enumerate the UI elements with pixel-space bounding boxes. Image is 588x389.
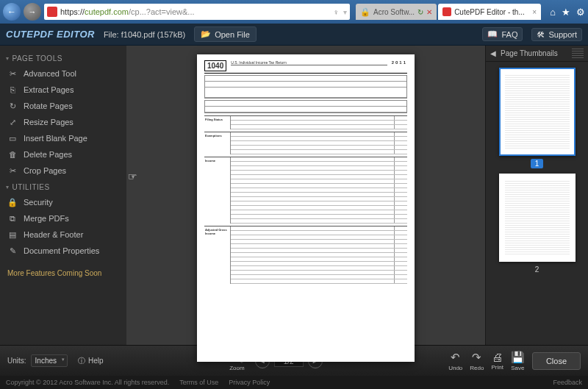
form-section-label: Exemptions [204, 132, 231, 154]
sidebar-item-header-footer[interactable]: ▤Header & Footer [6, 226, 121, 243]
help-button[interactable]: ⓘHelp [78, 356, 104, 366]
close-button[interactable]: Close [532, 352, 581, 370]
home-icon[interactable]: ⌂ [550, 7, 556, 18]
help-label: Help [88, 357, 104, 365]
units-label: Units: [7, 357, 26, 365]
print-icon: 🖨 [492, 351, 503, 363]
sidebar-item-label: Extract Pages [24, 85, 74, 94]
url-text: https://cutepdf.com/cp...?act=view&... [60, 7, 331, 16]
copyright-label: Copyright © 2012 Acro Software Inc. All … [6, 379, 169, 386]
extract-icon: ⎘ [7, 85, 18, 95]
sidebar-item-label: Security [24, 198, 53, 207]
support-label: Support [548, 30, 577, 39]
undo-icon: ↶ [451, 351, 460, 364]
main-area: PAGE TOOLS ✂Advanced Tool ⎘Extract Pages… [0, 46, 588, 345]
hand-cursor-icon: ☞ [128, 171, 137, 182]
terms-link[interactable]: Terms of Use [179, 379, 218, 386]
sidebar-item-label: Resize Pages [24, 118, 74, 126]
faq-label: FAQ [501, 30, 517, 39]
thumbnail-list[interactable]: 1 2 [486, 62, 588, 345]
form-number: 1040 [204, 60, 226, 71]
redo-button[interactable]: ↷Redo [470, 351, 484, 371]
stop-icon[interactable]: ✕ [426, 8, 432, 16]
sidebar-item-rotate[interactable]: ↻Rotate Pages [6, 98, 121, 114]
section-utilities[interactable]: UTILITIES [6, 183, 121, 191]
browser-tabs: 🔒 Acro Softw... ↻ ✕ CutePDF Editor - th.… [356, 4, 541, 20]
save-button[interactable]: 💾Save [511, 351, 525, 371]
section-page-tools[interactable]: PAGE TOOLS [6, 54, 121, 63]
sidebar-item-label: Insert Blank Page [24, 134, 87, 143]
close-tab-icon[interactable]: × [532, 8, 537, 16]
zoom-label: Zoom [229, 365, 244, 371]
sidebar-item-properties[interactable]: ✎Document Properties [6, 243, 121, 259]
header-footer-icon: ▤ [7, 229, 18, 240]
resize-icon: ⤢ [7, 117, 18, 127]
support-button[interactable]: 🛠Support [531, 28, 582, 41]
feedback-link[interactable]: Feedback [553, 379, 582, 386]
save-icon: 💾 [511, 351, 525, 364]
sidebar-item-insert-blank[interactable]: ▭Insert Blank Page [6, 130, 121, 146]
collapse-icon[interactable]: ◀ [490, 49, 496, 57]
sidebar-item-advanced-tool[interactable]: ✂Advanced Tool [6, 65, 121, 82]
undo-label: Undo [448, 365, 462, 371]
thumbnail-panel: ◀ Page Thumbnails 1 2 [485, 46, 588, 345]
back-button[interactable]: ← [3, 3, 21, 21]
form-section-label: Income [204, 157, 231, 224]
thumbnail-page-2[interactable]: 2 [499, 174, 576, 275]
print-button[interactable]: 🖨Print [491, 351, 503, 371]
sidebar-item-label: Crop Pages [24, 166, 66, 175]
form-section-label: Adjusted Gross Income [204, 226, 231, 284]
merge-icon: ⧉ [7, 213, 18, 224]
form-section-label: Filing Status [204, 116, 231, 129]
grip-icon[interactable] [572, 49, 584, 59]
sidebar-item-label: Advanced Tool [24, 69, 76, 78]
thumbnail-label: 1 [531, 159, 544, 168]
open-file-label: Open File [215, 30, 250, 39]
file-name-label: File: f1040.pdf (157kB) [104, 30, 185, 39]
sidebar-item-crop[interactable]: ✂Crop Pages [6, 163, 121, 179]
tab-inactive[interactable]: 🔒 Acro Softw... ↻ ✕ [356, 4, 437, 20]
thumbnail-header: ◀ Page Thumbnails [486, 46, 588, 62]
crop-icon: ✂ [7, 165, 18, 176]
lock-icon: 🔒 [7, 197, 18, 207]
redo-label: Redo [470, 365, 484, 371]
form-year: 2011 [392, 60, 407, 65]
open-file-button[interactable]: 📂 Open File [194, 26, 257, 42]
units-select[interactable]: Inches [31, 354, 68, 367]
app-logo: CUTEPDF EDITOR [6, 29, 95, 40]
refresh-icon[interactable]: ↻ [417, 8, 423, 16]
pdf-page[interactable]: 1040 U.S. Individual Income Tax Return 2… [197, 54, 415, 362]
favorites-icon[interactable]: ★ [562, 7, 570, 18]
app-header: CUTEPDF EDITOR File: f1040.pdf (157kB) 📂… [0, 24, 588, 46]
undo-button[interactable]: ↶Undo [448, 351, 462, 371]
sidebar: PAGE TOOLS ✂Advanced Tool ⎘Extract Pages… [0, 46, 126, 345]
sidebar-item-label: Document Properties [24, 246, 99, 255]
print-label: Print [491, 364, 503, 371]
sidebar-item-delete[interactable]: 🗑Delete Pages [6, 146, 121, 163]
delete-icon: 🗑 [7, 149, 18, 160]
sidebar-item-merge[interactable]: ⧉Merge PDFs [6, 210, 121, 226]
support-icon: 🛠 [537, 30, 545, 39]
tools-icon[interactable]: ⚙ [576, 7, 585, 18]
sidebar-item-extract[interactable]: ⎘Extract Pages [6, 82, 121, 98]
faq-button[interactable]: 📖FAQ [482, 27, 523, 41]
thumbnail-label: 2 [531, 265, 544, 274]
document-viewer[interactable]: ☞ 1040 U.S. Individual Income Tax Return… [126, 46, 485, 345]
forward-button[interactable]: → [24, 3, 41, 21]
sidebar-item-label: Delete Pages [24, 150, 72, 159]
footer: Copyright © 2012 Acro Software Inc. All … [0, 376, 588, 389]
faq-icon: 📖 [487, 29, 498, 39]
address-bar[interactable]: https://cutepdf.com/cp...?act=view&... ♀… [44, 4, 350, 20]
tab-label: Acro Softw... [373, 8, 415, 16]
coming-soon-label: More Features Coming Soon [6, 268, 121, 279]
sidebar-item-security[interactable]: 🔒Security [6, 194, 121, 210]
search-icon[interactable]: ♀ [334, 8, 340, 16]
thumbnail-page-1[interactable]: 1 [499, 68, 576, 169]
help-icon: ⓘ [78, 356, 85, 366]
save-label: Save [511, 365, 524, 371]
tab-active[interactable]: CutePDF Editor - th... × [438, 4, 541, 20]
privacy-link[interactable]: Privacy Policy [229, 379, 270, 386]
tab-favicon [442, 7, 451, 16]
sidebar-item-resize[interactable]: ⤢Resize Pages [6, 114, 121, 130]
redo-icon: ↷ [472, 351, 481, 364]
